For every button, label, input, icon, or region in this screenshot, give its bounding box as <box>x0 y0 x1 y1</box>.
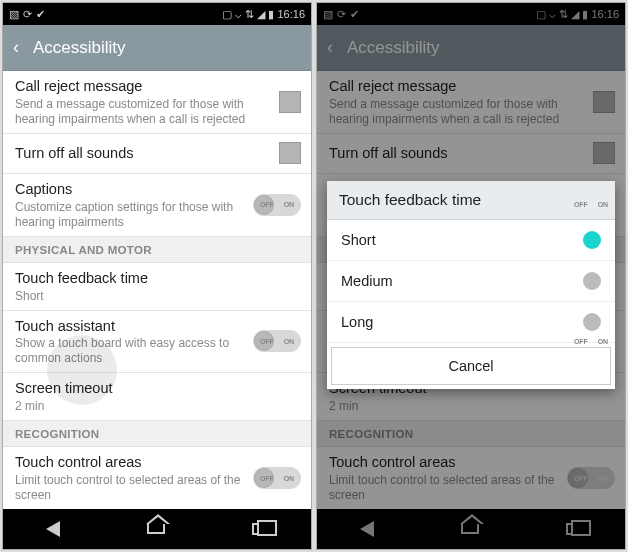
phone-left: ▧ ⟳ ✔ ▢ ⌵ ⇅ ◢ ▮ 16:16 ‹ Accessibility Ca… <box>2 2 312 550</box>
image-icon: ▧ <box>9 8 19 21</box>
nav-back-icon[interactable] <box>46 521 60 537</box>
toggle-on-label: ON <box>284 201 295 208</box>
wifi-icon: ⌵ <box>235 8 242 21</box>
row-title: Call reject message <box>15 77 271 96</box>
status-right: ▢ ⌵ ⇅ ◢ ▮ 16:16 <box>222 8 305 21</box>
cancel-button[interactable]: Cancel <box>331 347 611 385</box>
toggle-on-label: ON <box>598 201 609 208</box>
row-title: Touch assistant <box>15 317 245 336</box>
battery-icon: ▮ <box>268 8 274 21</box>
toggle-off-label: OFF <box>574 475 588 482</box>
row-subtitle: Send a message customized for those with… <box>15 97 271 127</box>
toggle-on-label: ON <box>284 475 295 482</box>
option-label: Long <box>341 314 373 330</box>
signal-icon: ◢ <box>257 8 265 21</box>
option-medium[interactable]: Medium <box>327 261 615 302</box>
option-label: Short <box>341 232 376 248</box>
clock: 16:16 <box>277 8 305 20</box>
toggle[interactable]: OFF ON <box>253 194 301 216</box>
nav-bar <box>3 509 311 549</box>
app-bar: ‹ Accessibility <box>3 25 311 71</box>
sync-icon: ⟳ <box>23 8 32 21</box>
status-bar: ▧ ⟳ ✔ ▢ ⌵ ⇅ ◢ ▮ 16:16 <box>3 3 311 25</box>
settings-list: Call reject message Send a message custo… <box>3 71 311 509</box>
toggle[interactable]: OFF ON <box>253 330 301 352</box>
option-long[interactable]: Long <box>327 302 615 343</box>
toggle-off-label: OFF <box>574 338 588 345</box>
page-title: Accessibility <box>33 38 126 58</box>
row-title: Turn off all sounds <box>15 144 271 163</box>
row-title: Touch feedback time <box>15 269 301 288</box>
option-label: Medium <box>341 273 393 289</box>
row-touch-assist[interactable]: Touch assistant Show a touch board with … <box>3 311 311 374</box>
dialog-title: Touch feedback time <box>327 181 615 220</box>
toggle-off-label: OFF <box>574 201 588 208</box>
row-title: Screen timeout <box>15 379 301 398</box>
toggle-on-label: ON <box>284 338 295 345</box>
radio-icon <box>583 231 601 249</box>
row-captions[interactable]: Captions Customize caption settings for … <box>3 174 311 237</box>
section-physical-motor: PHYSICAL AND MOTOR <box>3 237 311 263</box>
nfc-icon: ▢ <box>222 8 232 21</box>
toggle-off-label: OFF <box>260 201 274 208</box>
section-recognition: RECOGNITION <box>3 421 311 447</box>
status-left: ▧ ⟳ ✔ <box>9 8 45 21</box>
radio-icon <box>583 313 601 331</box>
toggle-on-label: ON <box>598 338 609 345</box>
row-call-reject[interactable]: Call reject message Send a message custo… <box>3 71 311 134</box>
radio-icon <box>583 272 601 290</box>
toggle[interactable]: OFF ON <box>253 467 301 489</box>
touch-feedback-dialog: Touch feedback time Short Medium Long Ca… <box>327 181 615 389</box>
back-icon[interactable]: ‹ <box>13 37 19 58</box>
row-title: Touch control areas <box>15 453 245 472</box>
nav-recent-icon[interactable] <box>252 523 268 535</box>
row-subtitle: 2 min <box>15 399 301 414</box>
row-subtitle: Short <box>15 289 301 304</box>
row-title: Captions <box>15 180 245 199</box>
row-subtitle: Customize caption settings for those wit… <box>15 200 245 230</box>
row-screen-timeout[interactable]: Screen timeout 2 min <box>3 373 311 421</box>
row-touch-control[interactable]: Touch control areas Limit touch control … <box>3 447 311 509</box>
data-icon: ⇅ <box>245 8 254 21</box>
row-turn-off-sounds[interactable]: Turn off all sounds <box>3 134 311 174</box>
phone-right: ▧ ⟳ ✔ ▢ ⌵ ⇅ ◢ ▮ 16:16 ‹ Accessibility Ca… <box>316 2 626 550</box>
toggle-off-label: OFF <box>260 338 274 345</box>
option-short[interactable]: Short <box>327 220 615 261</box>
nav-home-icon[interactable] <box>147 524 165 534</box>
check-icon: ✔ <box>36 8 45 21</box>
row-subtitle: Limit touch control to selected areas of… <box>15 473 245 503</box>
toggle-on-label: ON <box>598 475 609 482</box>
row-touch-feedback[interactable]: Touch feedback time Short <box>3 263 311 311</box>
checkbox[interactable] <box>279 142 301 164</box>
checkbox[interactable] <box>279 91 301 113</box>
toggle-off-label: OFF <box>260 475 274 482</box>
row-subtitle: Show a touch board with easy access to c… <box>15 336 245 366</box>
